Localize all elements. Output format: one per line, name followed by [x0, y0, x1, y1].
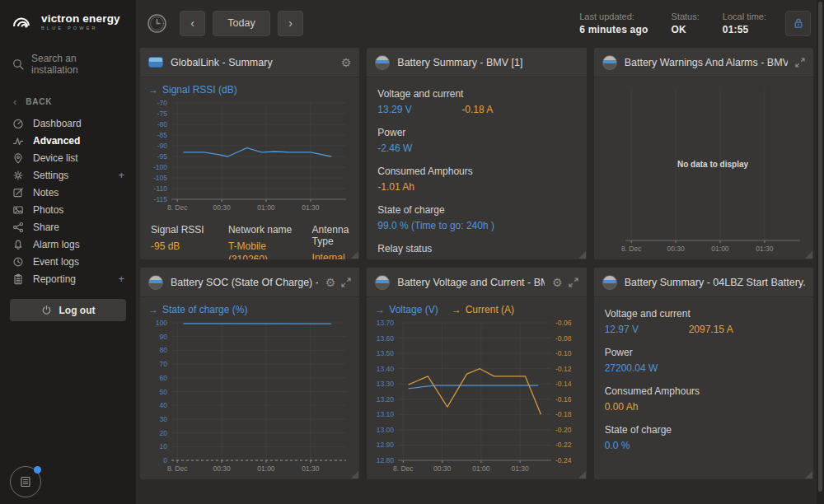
- stat-signal-rssi: Signal RSSI -95 dB: [151, 224, 222, 259]
- svg-text:-0.18: -0.18: [555, 410, 572, 418]
- scrollbar-thumb[interactable]: [818, 2, 822, 492]
- victron-swirl-icon: [10, 10, 36, 33]
- svg-text:01:00: 01:00: [257, 203, 275, 212]
- reporting-expand-plus[interactable]: +: [118, 273, 124, 285]
- notification-dot: [34, 466, 41, 474]
- sidebar-item-dashboard[interactable]: Dashboard: [0, 114, 136, 132]
- voltage-current-chart: 13.7013.6013.5013.4013.3013.2013.1013.00…: [367, 315, 586, 478]
- widget-grid: GlobalLink - Summary ⚙ →Signal RSSI (dB)…: [140, 48, 813, 479]
- main-area: ‹ Today › Last updated: 6 minutes ago St…: [136, 0, 824, 504]
- svg-text:00:30: 00:30: [667, 245, 685, 253]
- svg-text:20: 20: [160, 429, 168, 437]
- advanced-icon: [12, 135, 24, 147]
- vertical-scrollbar[interactable]: [817, 0, 824, 504]
- sidebar-item-alarm-logs[interactable]: Alarm logs: [0, 236, 136, 253]
- svg-text:-0.06: -0.06: [555, 319, 572, 327]
- gear-icon[interactable]: ⚙: [552, 277, 563, 288]
- sidebar-item-event-logs[interactable]: Event logs: [0, 253, 136, 270]
- svg-text:13.70: 13.70: [377, 319, 395, 327]
- gear-icon[interactable]: ⚙: [341, 57, 352, 68]
- search-placeholder: Search an installation: [31, 53, 124, 76]
- settings-expand-plus[interactable]: +: [118, 169, 124, 181]
- svg-text:00:30: 00:30: [213, 464, 231, 473]
- globallink-device-icon: [148, 57, 163, 68]
- svg-text:13.10: 13.10: [377, 410, 395, 418]
- sidebar-item-photos[interactable]: Photos: [0, 201, 136, 218]
- svg-text:01:00: 01:00: [257, 464, 275, 473]
- sidebar-item-device-list[interactable]: Device list: [0, 149, 136, 166]
- reporting-icon: [12, 273, 24, 285]
- gear-icon[interactable]: ⚙: [325, 277, 336, 288]
- card-header: Battery Summary - BMV [1]: [367, 48, 586, 77]
- svg-text:-0.10: -0.10: [555, 349, 572, 357]
- power-icon: [41, 305, 52, 315]
- svg-text:-0.22: -0.22: [555, 441, 572, 449]
- bmv-device-icon: [602, 275, 617, 290]
- expand-icon[interactable]: [341, 278, 351, 287]
- next-period-button[interactable]: ›: [278, 11, 303, 36]
- svg-text:10: 10: [160, 442, 168, 450]
- card-battery-voltage-current: Battery Voltage and Current - BMV [1] ⚙ …: [367, 268, 586, 479]
- logout-button[interactable]: Log out: [10, 299, 126, 321]
- status: Status: OK: [672, 12, 700, 35]
- svg-text:-75: -75: [157, 110, 168, 118]
- svg-text:-80: -80: [157, 120, 168, 128]
- document-lines-icon: [19, 475, 32, 488]
- svg-text:8. Dec: 8. Dec: [393, 464, 414, 473]
- expand-icon[interactable]: [569, 278, 578, 287]
- last-updated: Last updated: 6 minutes ago: [579, 12, 648, 35]
- expand-icon[interactable]: [795, 58, 805, 68]
- today-button[interactable]: Today: [213, 11, 270, 36]
- svg-text:70: 70: [160, 360, 168, 368]
- sidebar-item-advanced[interactable]: Advanced: [0, 132, 136, 149]
- svg-text:40: 40: [160, 401, 168, 409]
- photos-icon: [12, 204, 24, 216]
- lock-layout-button[interactable]: [785, 11, 811, 36]
- sidebar-item-share[interactable]: Share: [0, 218, 136, 236]
- svg-text:80: 80: [160, 346, 168, 354]
- field-power: Power 27200.04 W: [605, 347, 803, 374]
- status-value: OK: [672, 24, 700, 35]
- stat-antenna-type: Antenna Type Internal: [312, 224, 349, 259]
- svg-text:-115: -115: [154, 195, 168, 203]
- svg-text:30: 30: [160, 415, 168, 423]
- sidebar-item-notes[interactable]: Notes: [0, 184, 136, 201]
- prev-period-button[interactable]: ‹: [180, 11, 205, 36]
- field-state-of-charge: State of charge 99.0 % (Time to go: 240h…: [377, 204, 575, 231]
- svg-text:-100: -100: [153, 163, 167, 171]
- sidebar: victron energy BLUE POWER Search an inst…: [0, 0, 136, 504]
- card-header: Battery SOC (State Of Charge) - BM... ⚙: [140, 268, 359, 297]
- svg-text:-0.08: -0.08: [555, 334, 572, 343]
- card-battery-summary-bmv1: Battery Summary - BMV [1] Voltage and cu…: [367, 48, 586, 259]
- svg-text:12.90: 12.90: [377, 441, 395, 449]
- topbar: ‹ Today › Last updated: 6 minutes ago St…: [136, 0, 824, 46]
- field-state-of-charge: State of charge 0.0 %: [605, 424, 803, 451]
- notifications-fab[interactable]: [10, 466, 41, 497]
- card-battery-summary-start: Battery Summary - 04LBZ Start Battery...…: [594, 268, 813, 479]
- svg-text:-90: -90: [157, 142, 168, 150]
- sidebar-item-settings[interactable]: Settings +: [0, 166, 136, 184]
- globallink-stats: Signal RSSI -95 dB Network name T-Mobile…: [140, 217, 359, 259]
- card-title: GlobalLink - Summary: [171, 57, 273, 68]
- sidebar-item-reporting[interactable]: Reporting +: [0, 270, 136, 287]
- search-installation[interactable]: Search an installation: [0, 41, 136, 86]
- warnings-chart: 8. Dec00:3001:0001:30No data to display: [594, 77, 813, 259]
- victron-logo: victron energy BLUE POWER: [0, 0, 136, 41]
- card-header: Battery Voltage and Current - BMV [1] ⚙: [367, 268, 586, 297]
- clock-icon: [146, 12, 168, 35]
- brand-name: victron energy: [41, 12, 120, 25]
- realtime-toggle[interactable]: [146, 12, 168, 35]
- sidebar-nav: Dashboard Advanced Device list Settings: [0, 114, 136, 287]
- back-button[interactable]: ‹ BACK: [0, 86, 136, 113]
- bmv-device-icon: [602, 55, 617, 70]
- settings-icon: [12, 170, 24, 181]
- card-header: GlobalLink - Summary ⚙: [140, 48, 359, 77]
- share-icon: [12, 222, 24, 233]
- svg-text:13.20: 13.20: [377, 395, 395, 404]
- summary-fields: Voltage and current 13.29 V-0.18 A Power…: [367, 77, 586, 259]
- svg-text:13.40: 13.40: [377, 365, 395, 373]
- svg-text:8. Dec: 8. Dec: [167, 464, 188, 473]
- chart-legend: →Signal RSSI (dB): [140, 77, 359, 96]
- svg-text:13.50: 13.50: [377, 349, 395, 357]
- svg-text:-0.16: -0.16: [555, 395, 572, 404]
